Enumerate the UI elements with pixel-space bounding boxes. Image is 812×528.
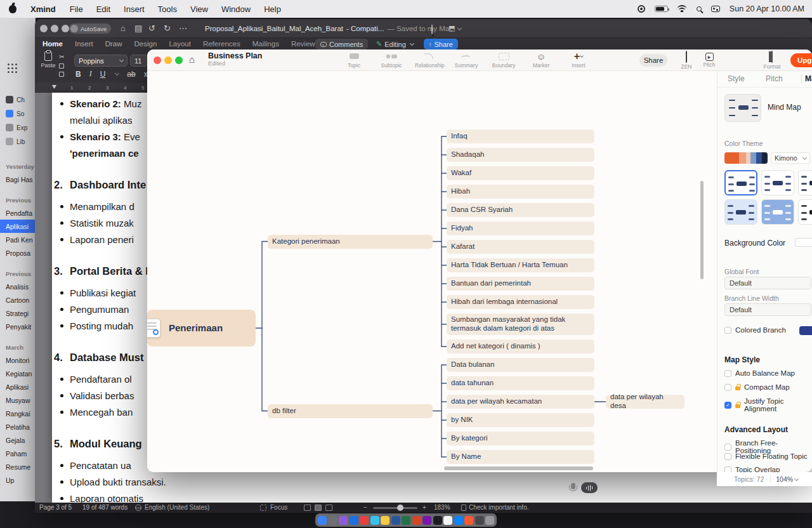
more-icon[interactable]: ⋯ [179, 23, 187, 34]
dock-icon[interactable] [422, 516, 431, 525]
canvas-zoom-control[interactable]: 104% [776, 475, 798, 483]
sidebar-file-item[interactable]: Resume [0, 460, 36, 473]
dock-icon[interactable] [339, 516, 348, 525]
dock-icon[interactable] [433, 516, 442, 525]
toolbar-topic-button[interactable]: Topic [340, 51, 368, 69]
search-icon[interactable] [431, 24, 433, 35]
checkbox[interactable]: ✓ [724, 402, 731, 409]
menu-app-name[interactable]: Xmind [30, 4, 56, 14]
print-layout-icon[interactable] [315, 505, 322, 511]
checkbox[interactable] [724, 444, 731, 451]
language-indicator[interactable]: English (United States) [145, 504, 209, 511]
menu-item-view[interactable]: View [190, 4, 208, 14]
close-icon[interactable] [40, 25, 48, 32]
toolbar-marker-button[interactable]: Marker [527, 51, 555, 69]
sidebar-file-item[interactable]: Monitori [0, 353, 36, 367]
font-name-select[interactable]: Poppins [74, 55, 128, 67]
mindmap-topic[interactable]: data tahunan [447, 376, 594, 390]
tab-references[interactable]: References [203, 40, 240, 48]
mindmap-topic[interactable]: Fidyah [447, 221, 594, 235]
checkbox[interactable] [724, 370, 731, 377]
toolbar-insert-button[interactable]: Insert [565, 51, 593, 69]
sidebar-file-item[interactable]: Gejala [0, 433, 36, 447]
web-layout-icon[interactable] [325, 505, 332, 511]
editing-menu[interactable]: ✎Editing [371, 39, 419, 50]
tab-home[interactable]: Home [43, 40, 63, 48]
dock-icon[interactable] [485, 516, 494, 525]
panel-tab-style[interactable]: Style [728, 74, 745, 83]
sidebar-file-item[interactable]: Analisis [0, 280, 36, 293]
cut-icon[interactable]: ✂ [59, 53, 64, 60]
mindmap-topic[interactable]: Hibah dari lembaga internasional [447, 295, 594, 309]
tab-design[interactable]: Design [134, 40, 157, 48]
autosave-toggle[interactable]: AutoSave [69, 23, 111, 34]
proofing-icon[interactable] [135, 505, 141, 511]
tab-mailings[interactable]: Mailings [252, 40, 279, 48]
sidebar-nav-item[interactable]: Lib [0, 135, 36, 148]
dock-icon[interactable] [381, 516, 390, 525]
battery-icon[interactable] [655, 6, 668, 12]
zoom-level[interactable]: 183% [434, 504, 450, 511]
theme-tile[interactable] [761, 170, 794, 195]
paste-button[interactable]: Paste [39, 51, 58, 69]
mindmap-topic[interactable]: Bantuan dari pemerintah [447, 277, 594, 291]
horizontal-scrollbar[interactable] [444, 466, 593, 470]
checkbox[interactable] [724, 453, 731, 460]
home-icon[interactable]: ⌂ [189, 54, 195, 65]
page-indicator[interactable]: Page 3 of 5 [39, 504, 72, 511]
read-mode-icon[interactable] [304, 505, 311, 511]
theme-tile[interactable] [724, 170, 757, 195]
chevron-down-icon[interactable] [457, 25, 462, 30]
redo-icon[interactable]: ↻ [164, 23, 171, 34]
sidebar-file-item[interactable]: Pelatiha [0, 420, 36, 433]
branch-line-width-select[interactable]: Default [724, 303, 811, 316]
upgrade-button[interactable]: Upgrade [790, 53, 812, 67]
format-button-2[interactable]: U [100, 70, 106, 79]
microphone-icon[interactable] [569, 483, 578, 493]
menu-item-help[interactable]: Help [264, 4, 281, 14]
mindmap-topic[interactable]: by NIK [447, 413, 594, 427]
pitch-button[interactable]: ▶Pitch [698, 51, 720, 68]
zoom-slider[interactable] [373, 507, 417, 509]
undo-icon[interactable]: ↺ [148, 23, 155, 34]
theme-tile[interactable] [761, 199, 794, 225]
sidebar-file-item[interactable]: Bagi Has [0, 173, 36, 186]
toolbar-summary-button[interactable]: Summary [452, 51, 480, 69]
tab-layout[interactable]: Layout [169, 40, 191, 48]
close-icon[interactable] [154, 56, 161, 64]
sidebar-nav-item[interactable]: Exp [0, 121, 36, 135]
toolbar-relationship-button[interactable]: Relationship [415, 51, 443, 69]
mindmap-topic[interactable]: Dana CSR Syariah [447, 203, 594, 217]
mindmap-root-topic[interactable]: Penerimaan [147, 310, 256, 346]
dock-icon[interactable] [350, 516, 358, 525]
format-button-1[interactable]: I [89, 69, 92, 79]
indent-marker[interactable] [52, 85, 56, 89]
apps-grid-icon[interactable] [8, 63, 10, 65]
mindmap-topic[interactable]: Wakaf [447, 166, 594, 180]
zen-button[interactable]: ZEN [676, 51, 697, 70]
font-size-select[interactable]: 11 [130, 55, 148, 67]
sidebar-file-item[interactable]: Kegiatan [0, 367, 36, 380]
sidebar-file-item[interactable]: Aplikasi [0, 380, 36, 393]
sidebar-file-item[interactable]: Penyakit [0, 320, 36, 333]
menu-item-window[interactable]: Window [221, 4, 251, 14]
format-button-3[interactable]: ab [127, 70, 135, 79]
branch-color-swatch[interactable] [799, 326, 812, 335]
zoom-slider-thumb[interactable] [397, 505, 403, 511]
mindmap-topic[interactable]: By Name [447, 450, 594, 464]
sidebar-file-item[interactable]: Pendafta [0, 206, 36, 220]
mindmap-topic[interactable]: Harta Tidak Bertuan / Harta Temuan [447, 258, 594, 272]
sidebar-file-item[interactable]: Paham [0, 447, 36, 460]
sidebar-nav-item[interactable]: So [0, 107, 36, 121]
dock-icon[interactable] [475, 516, 484, 525]
mindmap-topic[interactable]: data per wilayah kecamatan [447, 395, 594, 409]
vertical-scrollbar[interactable] [700, 181, 704, 279]
focus-icon[interactable] [260, 505, 266, 511]
minimize-icon[interactable] [51, 25, 58, 32]
theme-color-swatch[interactable] [724, 152, 768, 164]
theme-tile[interactable] [798, 199, 812, 225]
minimize-icon[interactable] [164, 56, 172, 64]
tab-review[interactable]: Review [291, 40, 315, 48]
word-count[interactable]: 19 of 487 words [82, 504, 128, 511]
structure-thumbnail[interactable] [724, 94, 761, 122]
